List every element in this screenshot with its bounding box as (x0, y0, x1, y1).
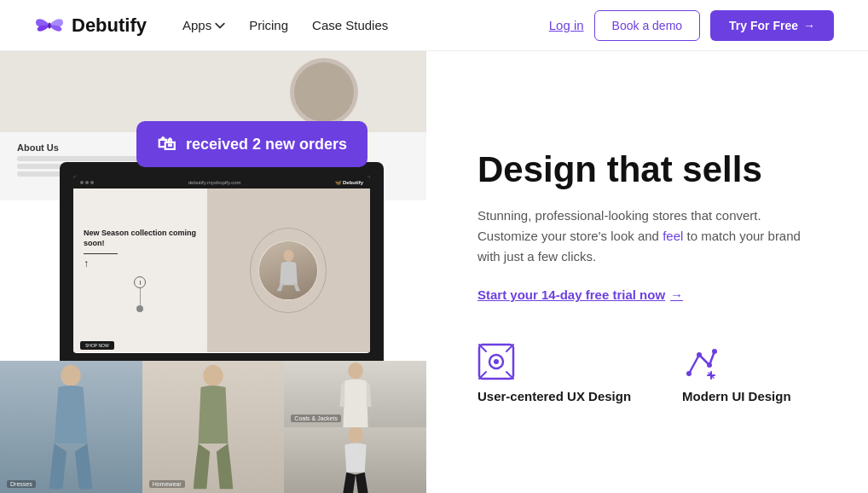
coats-label: Coats & Jackets (291, 415, 341, 422)
ui-label: Modern UI Design (682, 389, 791, 403)
svg-point-16 (686, 371, 692, 376)
nav-apps[interactable]: Apps (174, 13, 234, 38)
feature-ux: User-centered UX Design (477, 343, 631, 403)
ui-icon (682, 343, 720, 380)
notification-badge: 🛍 received 2 new orders (136, 121, 367, 167)
bottom-photo-grid: Dresses Coats & Jackets (0, 361, 426, 493)
login-link[interactable]: Log in (549, 18, 584, 32)
svg-point-0 (48, 22, 51, 28)
grid-cell-3 (284, 427, 426, 494)
nav-right: Log in Book a demo Try For Free → (549, 10, 834, 41)
laptop-screen: debutify.myshopify.com 🦋 Debutify New Se… (60, 162, 384, 367)
try-free-button[interactable]: Try For Free → (710, 10, 834, 41)
dresses-label: Dresses (7, 480, 36, 488)
shopping-bag-icon: 🛍 (157, 133, 176, 155)
feature-ui: Modern UI Design (682, 343, 791, 403)
main-content: 🛍 received 2 new orders About Us (0, 51, 868, 493)
logo-text: Debutify (72, 14, 147, 37)
svg-point-4 (348, 427, 363, 444)
navbar: Debutify Apps Pricing Case Studies Log i… (0, 0, 868, 51)
grid-coats: Coats & Jackets (284, 361, 426, 427)
ux-icon (477, 343, 515, 380)
new-season-text: New Season collection coming soon! (84, 229, 197, 248)
homewear-label: Homewear (149, 480, 185, 488)
nav-case-studies[interactable]: Case Studies (304, 13, 396, 38)
grid-dresses: Dresses (0, 361, 142, 493)
right-content: Design that sells Stunning, professional… (426, 51, 868, 493)
nav-pricing[interactable]: Pricing (240, 13, 297, 38)
circle-woman-photo (290, 58, 358, 126)
svg-point-19 (712, 349, 717, 354)
svg-point-18 (707, 362, 712, 368)
svg-line-13 (689, 355, 699, 374)
svg-point-1 (283, 250, 293, 262)
book-demo-button[interactable]: Book a demo (594, 10, 701, 41)
left-collage: 🛍 received 2 new orders About Us (0, 51, 426, 493)
svg-point-5 (203, 365, 223, 386)
features-row: User-centered UX Design Modern U (477, 343, 817, 403)
svg-point-17 (697, 352, 702, 357)
grid-homewear: Homewear (142, 361, 285, 493)
logo[interactable]: Debutify (34, 14, 147, 38)
nav-links: Apps Pricing Case Studies (174, 13, 396, 38)
svg-point-3 (348, 362, 363, 379)
trial-link[interactable]: Start your 14-day free trial now → (477, 287, 817, 302)
nav-left: Debutify Apps Pricing Case Studies (34, 13, 396, 38)
top-strip (0, 51, 426, 132)
hero-description: Stunning, professional-looking stores th… (477, 206, 817, 267)
ux-label: User-centered UX Design (477, 389, 631, 403)
hero-title: Design that sells (477, 149, 817, 190)
svg-point-8 (494, 359, 499, 364)
svg-point-2 (61, 365, 81, 386)
shop-now-btn[interactable]: SHOP NOW (80, 341, 114, 350)
